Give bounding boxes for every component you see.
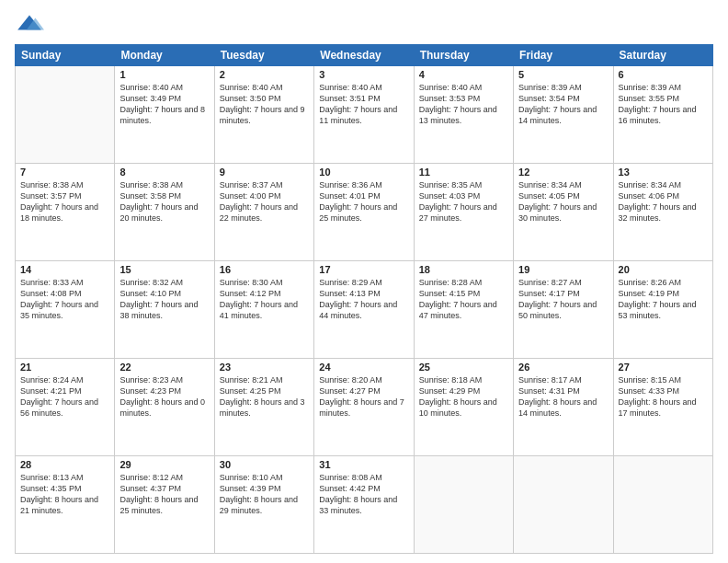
calendar-cell: 26Sunrise: 8:17 AMSunset: 4:31 PMDayligh… — [514, 359, 613, 456]
calendar-cell: 13Sunrise: 8:34 AMSunset: 4:06 PMDayligh… — [613, 164, 712, 261]
calendar-cell: 25Sunrise: 8:18 AMSunset: 4:29 PMDayligh… — [414, 359, 513, 456]
calendar-cell — [414, 456, 513, 554]
calendar-cell: 4Sunrise: 8:40 AMSunset: 3:53 PMDaylight… — [414, 66, 513, 164]
calendar-day-header: Saturday — [613, 45, 712, 66]
calendar-table: SundayMondayTuesdayWednesdayThursdayFrid… — [15, 44, 713, 554]
calendar-cell — [514, 456, 613, 554]
day-number: 20 — [619, 264, 708, 275]
day-number: 10 — [319, 167, 408, 178]
calendar-day-header: Tuesday — [214, 45, 313, 66]
day-number: 9 — [220, 167, 309, 178]
calendar-cell: 2Sunrise: 8:40 AMSunset: 3:50 PMDaylight… — [214, 66, 313, 164]
day-number: 23 — [220, 362, 309, 373]
calendar-cell: 31Sunrise: 8:08 AMSunset: 4:42 PMDayligh… — [314, 456, 414, 554]
calendar-cell — [613, 456, 712, 554]
cell-details: Sunrise: 8:35 AMSunset: 4:03 PMDaylight:… — [419, 179, 508, 224]
calendar-day-header: Thursday — [414, 45, 513, 66]
calendar-cell: 19Sunrise: 8:27 AMSunset: 4:17 PMDayligh… — [514, 261, 613, 359]
cell-details: Sunrise: 8:39 AMSunset: 3:54 PMDaylight:… — [518, 82, 608, 127]
day-number: 3 — [319, 69, 408, 80]
calendar-cell: 7Sunrise: 8:38 AMSunset: 3:57 PMDaylight… — [16, 164, 115, 261]
day-number: 19 — [518, 264, 608, 275]
calendar-cell: 3Sunrise: 8:40 AMSunset: 3:51 PMDaylight… — [314, 66, 414, 164]
calendar-cell: 16Sunrise: 8:30 AMSunset: 4:12 PMDayligh… — [214, 261, 313, 359]
calendar-cell: 17Sunrise: 8:29 AMSunset: 4:13 PMDayligh… — [314, 261, 414, 359]
calendar-cell: 11Sunrise: 8:35 AMSunset: 4:03 PMDayligh… — [414, 164, 513, 261]
day-number: 29 — [119, 459, 209, 470]
cell-details: Sunrise: 8:34 AMSunset: 4:06 PMDaylight:… — [619, 179, 708, 224]
day-number: 15 — [119, 264, 209, 275]
cell-details: Sunrise: 8:27 AMSunset: 4:17 PMDaylight:… — [518, 277, 608, 322]
cell-details: Sunrise: 8:40 AMSunset: 3:51 PMDaylight:… — [319, 82, 408, 127]
calendar-cell: 29Sunrise: 8:12 AMSunset: 4:37 PMDayligh… — [115, 456, 214, 554]
calendar-week-row: 7Sunrise: 8:38 AMSunset: 3:57 PMDaylight… — [16, 164, 713, 261]
day-number: 26 — [518, 362, 608, 373]
day-number: 24 — [319, 362, 408, 373]
day-number: 28 — [20, 459, 109, 470]
day-number: 8 — [119, 167, 209, 178]
calendar-cell: 8Sunrise: 8:38 AMSunset: 3:58 PMDaylight… — [115, 164, 214, 261]
day-number: 27 — [619, 362, 708, 373]
cell-details: Sunrise: 8:12 AMSunset: 4:37 PMDaylight:… — [119, 472, 209, 517]
day-number: 4 — [419, 69, 508, 80]
calendar-cell: 15Sunrise: 8:32 AMSunset: 4:10 PMDayligh… — [115, 261, 214, 359]
calendar-cell: 20Sunrise: 8:26 AMSunset: 4:19 PMDayligh… — [613, 261, 712, 359]
day-number: 25 — [419, 362, 508, 373]
calendar-week-row: 14Sunrise: 8:33 AMSunset: 4:08 PMDayligh… — [16, 261, 713, 359]
day-number: 7 — [20, 167, 109, 178]
cell-details: Sunrise: 8:29 AMSunset: 4:13 PMDaylight:… — [319, 277, 408, 322]
calendar-day-header: Friday — [514, 45, 613, 66]
calendar-cell: 30Sunrise: 8:10 AMSunset: 4:39 PMDayligh… — [214, 456, 313, 554]
day-number: 6 — [619, 69, 708, 80]
cell-details: Sunrise: 8:39 AMSunset: 3:55 PMDaylight:… — [619, 82, 708, 127]
calendar-cell: 6Sunrise: 8:39 AMSunset: 3:55 PMDaylight… — [613, 66, 712, 164]
cell-details: Sunrise: 8:20 AMSunset: 4:27 PMDaylight:… — [319, 374, 408, 419]
cell-details: Sunrise: 8:24 AMSunset: 4:21 PMDaylight:… — [20, 374, 109, 419]
cell-details: Sunrise: 8:13 AMSunset: 4:35 PMDaylight:… — [20, 472, 109, 517]
cell-details: Sunrise: 8:32 AMSunset: 4:10 PMDaylight:… — [119, 277, 209, 322]
calendar-cell: 9Sunrise: 8:37 AMSunset: 4:00 PMDaylight… — [214, 164, 313, 261]
cell-details: Sunrise: 8:34 AMSunset: 4:05 PMDaylight:… — [518, 179, 608, 224]
logo — [15, 9, 48, 39]
cell-details: Sunrise: 8:40 AMSunset: 3:53 PMDaylight:… — [419, 82, 508, 127]
logo-icon — [15, 9, 44, 39]
day-number: 30 — [220, 459, 309, 470]
cell-details: Sunrise: 8:33 AMSunset: 4:08 PMDaylight:… — [20, 277, 109, 322]
calendar-week-row: 1Sunrise: 8:40 AMSunset: 3:49 PMDaylight… — [16, 66, 713, 164]
calendar-cell: 5Sunrise: 8:39 AMSunset: 3:54 PMDaylight… — [514, 66, 613, 164]
calendar-cell: 21Sunrise: 8:24 AMSunset: 4:21 PMDayligh… — [16, 359, 115, 456]
cell-details: Sunrise: 8:10 AMSunset: 4:39 PMDaylight:… — [220, 472, 309, 517]
day-number: 5 — [518, 69, 608, 80]
day-number: 2 — [220, 69, 309, 80]
cell-details: Sunrise: 8:18 AMSunset: 4:29 PMDaylight:… — [419, 374, 508, 419]
calendar-day-header: Wednesday — [314, 45, 414, 66]
calendar-week-row: 21Sunrise: 8:24 AMSunset: 4:21 PMDayligh… — [16, 359, 713, 456]
cell-details: Sunrise: 8:30 AMSunset: 4:12 PMDaylight:… — [220, 277, 309, 322]
calendar-day-header: Sunday — [16, 45, 115, 66]
day-number: 11 — [419, 167, 508, 178]
day-number: 17 — [319, 264, 408, 275]
cell-details: Sunrise: 8:37 AMSunset: 4:00 PMDaylight:… — [220, 179, 309, 224]
day-number: 16 — [220, 264, 309, 275]
calendar-cell: 22Sunrise: 8:23 AMSunset: 4:23 PMDayligh… — [115, 359, 214, 456]
cell-details: Sunrise: 8:23 AMSunset: 4:23 PMDaylight:… — [119, 374, 209, 419]
page: SundayMondayTuesdayWednesdayThursdayFrid… — [0, 0, 728, 563]
calendar-week-row: 28Sunrise: 8:13 AMSunset: 4:35 PMDayligh… — [16, 456, 713, 554]
calendar-cell: 24Sunrise: 8:20 AMSunset: 4:27 PMDayligh… — [314, 359, 414, 456]
calendar-cell: 14Sunrise: 8:33 AMSunset: 4:08 PMDayligh… — [16, 261, 115, 359]
day-number: 22 — [119, 362, 209, 373]
cell-details: Sunrise: 8:38 AMSunset: 3:57 PMDaylight:… — [20, 179, 109, 224]
calendar-cell: 23Sunrise: 8:21 AMSunset: 4:25 PMDayligh… — [214, 359, 313, 456]
header — [15, 9, 713, 39]
calendar-cell: 28Sunrise: 8:13 AMSunset: 4:35 PMDayligh… — [16, 456, 115, 554]
calendar-cell: 18Sunrise: 8:28 AMSunset: 4:15 PMDayligh… — [414, 261, 513, 359]
calendar-day-header: Monday — [115, 45, 214, 66]
cell-details: Sunrise: 8:08 AMSunset: 4:42 PMDaylight:… — [319, 472, 408, 517]
day-number: 13 — [619, 167, 708, 178]
calendar-cell: 12Sunrise: 8:34 AMSunset: 4:05 PMDayligh… — [514, 164, 613, 261]
cell-details: Sunrise: 8:15 AMSunset: 4:33 PMDaylight:… — [619, 374, 708, 419]
cell-details: Sunrise: 8:17 AMSunset: 4:31 PMDaylight:… — [518, 374, 608, 419]
day-number: 1 — [119, 69, 209, 80]
day-number: 18 — [419, 264, 508, 275]
calendar-cell — [16, 66, 115, 164]
